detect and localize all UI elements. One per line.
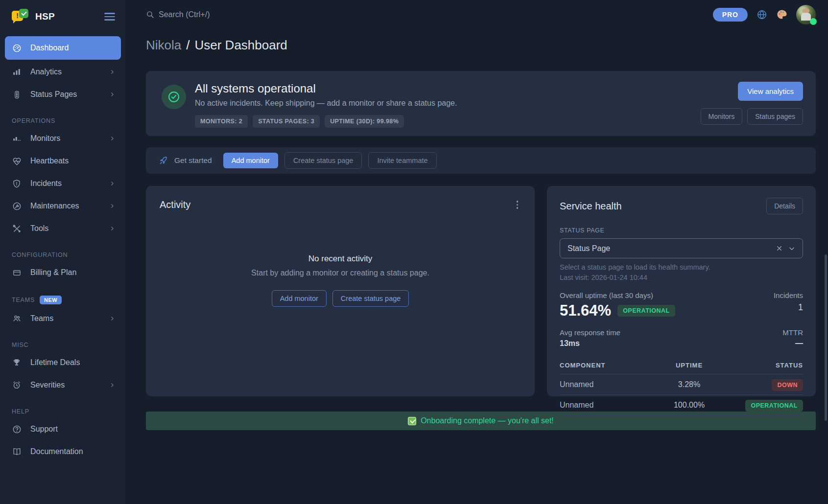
breadcrumb-parent[interactable]: Nikola: [146, 38, 181, 53]
chevron-right-icon: [109, 181, 115, 186]
sidebar-item-label: Documentation: [30, 447, 83, 456]
sidebar-item-severities[interactable]: Severities: [5, 374, 121, 396]
sidebar-item-label: Heartbeats: [30, 157, 69, 165]
search-placeholder: Search (Ctrl+/): [159, 10, 210, 19]
sidebar-section-operations: OPERATIONS: [5, 117, 121, 124]
sidebar-item-label: Tools: [30, 224, 48, 233]
teams-header-label: TEAMS: [12, 297, 35, 303]
sidebar-item-status-pages[interactable]: Status Pages: [5, 83, 121, 106]
chevron-right-icon: [109, 316, 115, 321]
search-input[interactable]: Search (Ctrl+/): [146, 10, 210, 19]
service-health-title: Service health: [560, 201, 622, 212]
hero-title: All systems operational: [195, 82, 701, 95]
monitors-count-badge: MONITORS: 2: [195, 115, 248, 128]
details-button[interactable]: Details: [766, 198, 803, 214]
monitors-bars-icon: [12, 134, 22, 143]
incidents-label: Incidents: [774, 291, 803, 299]
app-logo: !: [12, 9, 29, 24]
logo-check-icon: [19, 9, 28, 18]
add-monitor-button[interactable]: Add monitor: [223, 153, 278, 168]
create-status-page-button[interactable]: Create status page: [284, 152, 362, 169]
rocket-icon: [159, 156, 168, 165]
globe-icon[interactable]: [757, 9, 767, 20]
hero-subtitle: No active incidents. Keep shipping — add…: [195, 99, 701, 108]
chevron-right-icon: [109, 69, 115, 75]
invite-teammate-button[interactable]: Invite teammate: [368, 152, 436, 169]
service-health-card: Service health Details STATUS PAGE Statu…: [547, 186, 816, 396]
chevron-right-icon: [109, 203, 115, 209]
chevron-down-icon[interactable]: [788, 245, 795, 252]
sidebar-section-help: HELP: [5, 408, 121, 415]
component-name: Unnamed: [560, 380, 650, 389]
topbar: Search (Ctrl+/) PRO: [126, 0, 828, 29]
check-emoji-icon: [408, 417, 416, 425]
sidebar-item-label: Maintenances: [30, 202, 79, 210]
sidebar-item-label: Teams: [30, 314, 53, 323]
tools-icon: [12, 224, 22, 233]
component-column-header: COMPONENT: [560, 362, 650, 369]
kebab-menu-icon[interactable]: [514, 199, 521, 211]
clear-selection-icon[interactable]: [776, 245, 782, 252]
pro-badge[interactable]: PRO: [713, 8, 748, 22]
sidebar-item-label: Status Pages: [30, 90, 77, 99]
sidebar-item-support[interactable]: Support: [5, 418, 121, 440]
cards-row: Activity No recent activity Start by add…: [146, 186, 816, 396]
sidebar-nav: Dashboard Analytics Status Pages OPERATI…: [0, 33, 126, 504]
empty-create-status-page-button[interactable]: Create status page: [332, 290, 409, 307]
status-pages-count-badge: STATUS PAGES: 3: [253, 115, 320, 128]
get-started-bar: Get started Add monitor Create status pa…: [146, 147, 816, 174]
credit-card-icon: [12, 268, 22, 277]
alarm-clock-icon: [12, 380, 22, 390]
table-row: Unnamed 100.00% OPERATIONAL: [560, 395, 803, 415]
users-icon: [12, 314, 22, 323]
status-pages-button[interactable]: Status pages: [747, 108, 803, 125]
breadcrumb: Nikola / User Dashboard: [146, 37, 816, 53]
uptime-label: Overall uptime (last 30 days): [560, 291, 675, 299]
activity-empty-state: No recent activity Start by adding a mon…: [160, 254, 521, 307]
shield-alert-icon: [12, 179, 22, 188]
online-status-dot: [810, 18, 817, 25]
sidebar-item-tools[interactable]: Tools: [5, 217, 121, 240]
sidebar-item-dashboard[interactable]: Dashboard: [5, 36, 121, 60]
sidebar-item-label: Dashboard: [30, 44, 69, 52]
sidebar-item-monitors[interactable]: Monitors: [5, 127, 121, 150]
sidebar-item-maintenances[interactable]: Maintenances: [5, 195, 121, 217]
topbar-actions: PRO: [713, 5, 816, 24]
sidebar-item-label: Lifetime Deals: [30, 358, 80, 367]
onboarding-banner-text: Onboarding complete — you're all set!: [421, 416, 554, 425]
sidebar-section-misc: MISC: [5, 342, 121, 348]
chevron-right-icon: [109, 226, 115, 231]
scrollbar[interactable]: [825, 254, 827, 421]
logo-row: ! HSP: [0, 0, 126, 33]
hero-body: All systems operational No active incide…: [195, 82, 701, 125]
table-row: Unnamed 3.28% DOWN: [560, 374, 803, 395]
heartbeat-icon: [12, 156, 22, 166]
sidebar-item-incidents[interactable]: Incidents: [5, 172, 121, 195]
traffic-light-icon: [12, 90, 22, 99]
component-uptime: 100.00%: [650, 401, 728, 410]
chevron-right-icon: [109, 92, 115, 97]
incidents-value: 1: [774, 302, 803, 313]
sidebar: ! HSP Dashboard Analytics Status Pages: [0, 0, 126, 504]
status-page-select[interactable]: Status Page: [560, 238, 803, 258]
component-uptime: 3.28%: [650, 380, 728, 389]
empty-add-monitor-button[interactable]: Add monitor: [272, 290, 327, 307]
theme-palette-icon[interactable]: [776, 9, 787, 20]
sidebar-item-heartbeats[interactable]: Heartbeats: [5, 150, 121, 172]
sidebar-item-billing[interactable]: Billing & Plan: [5, 261, 121, 284]
empty-state-subtitle: Start by adding a monitor or creating a …: [251, 269, 429, 277]
hamburger-menu-icon[interactable]: [104, 13, 115, 21]
sidebar-item-teams[interactable]: Teams: [5, 307, 121, 330]
component-name: Unnamed: [560, 401, 650, 410]
user-avatar[interactable]: [796, 5, 816, 24]
main-area: Search (Ctrl+/) PRO Nikola / User Dashbo…: [126, 0, 828, 504]
sidebar-item-analytics[interactable]: Analytics: [5, 61, 121, 83]
monitors-button[interactable]: Monitors: [701, 108, 743, 125]
sidebar-item-lifetime-deals[interactable]: Lifetime Deals: [5, 351, 121, 374]
page-content: Nikola / User Dashboard All systems oper…: [126, 29, 828, 430]
uptime-badge: UPTIME (30D): 99.98%: [325, 115, 404, 128]
chevron-right-icon: [109, 382, 115, 388]
view-analytics-button[interactable]: View analytics: [738, 82, 803, 101]
sidebar-item-documentation[interactable]: Documentation: [5, 440, 121, 463]
question-circle-icon: [12, 424, 22, 434]
